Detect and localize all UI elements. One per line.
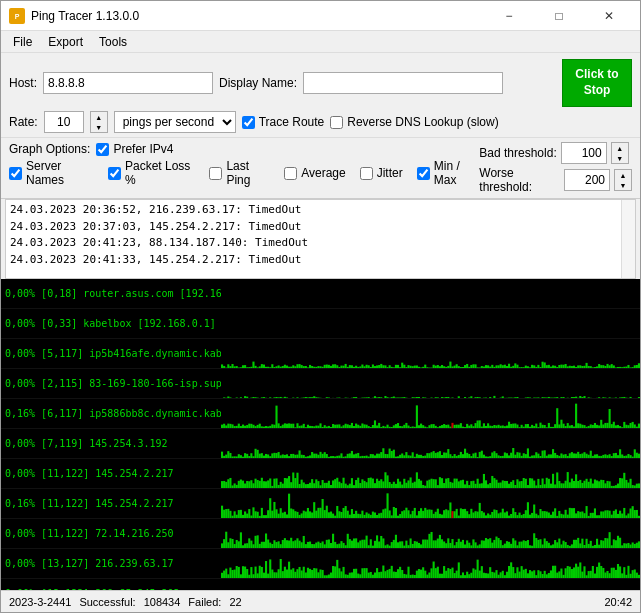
svg-rect-1203	[223, 481, 225, 488]
worse-threshold-down[interactable]: ▼	[615, 180, 631, 190]
svg-rect-500	[426, 367, 428, 368]
svg-rect-1023	[265, 454, 267, 458]
svg-rect-488	[401, 363, 403, 368]
jitter-checkbox[interactable]	[360, 167, 373, 180]
last-ping-checkbox[interactable]	[209, 167, 222, 180]
server-names-checkbox[interactable]	[9, 167, 22, 180]
worse-threshold-input[interactable]	[564, 169, 610, 191]
svg-rect-592	[619, 367, 621, 368]
display-name-input[interactable]	[303, 72, 503, 94]
svg-rect-1477	[378, 513, 380, 518]
svg-rect-1512	[451, 511, 453, 518]
bad-threshold-input[interactable]	[561, 142, 607, 164]
svg-rect-447	[315, 367, 317, 368]
svg-rect-525	[479, 367, 481, 368]
svg-rect-1331	[491, 476, 493, 488]
spinner-down[interactable]: ▼	[91, 122, 107, 132]
window-controls: − □ ✕	[486, 5, 632, 27]
svg-rect-1289	[403, 479, 405, 488]
trace-row: 0,00% [5,117] ip5b416afe.dynamic.kabel-d…	[1, 339, 640, 369]
spinner-up[interactable]: ▲	[91, 112, 107, 122]
svg-rect-1448	[317, 508, 319, 518]
svg-rect-1647	[315, 543, 317, 548]
svg-rect-910	[447, 425, 449, 428]
svg-rect-1389	[613, 486, 615, 488]
min-max-checkbox[interactable]	[417, 167, 430, 180]
bad-threshold-down[interactable]: ▼	[612, 153, 628, 163]
menu-export[interactable]: Export	[40, 33, 91, 51]
maximize-button[interactable]: □	[536, 5, 582, 27]
svg-rect-975	[583, 425, 585, 428]
svg-rect-1917	[462, 572, 464, 578]
svg-rect-1523	[474, 511, 476, 518]
trace-graph	[221, 579, 640, 590]
host-input[interactable]	[43, 72, 213, 94]
svg-rect-1313	[454, 479, 456, 488]
svg-rect-1786	[606, 538, 608, 548]
log-scrollbar[interactable]	[621, 200, 635, 278]
svg-rect-1159	[550, 454, 552, 458]
svg-rect-1076	[376, 454, 378, 458]
svg-rect-513	[454, 366, 456, 368]
svg-rect-1590	[615, 509, 617, 518]
svg-rect-1930	[489, 567, 491, 578]
svg-rect-1958	[548, 573, 550, 578]
svg-rect-468	[359, 366, 361, 368]
rate-input[interactable]	[44, 111, 84, 133]
packet-loss-checkbox[interactable]	[108, 167, 121, 180]
svg-rect-1096	[418, 455, 420, 458]
svg-rect-1539	[508, 516, 510, 518]
menu-file[interactable]: File	[5, 33, 40, 51]
svg-rect-977	[588, 426, 590, 428]
svg-rect-906	[439, 426, 441, 428]
worse-threshold-up[interactable]: ▲	[615, 170, 631, 180]
svg-rect-523	[474, 364, 476, 368]
svg-rect-1082	[389, 449, 391, 458]
svg-rect-1780	[594, 545, 596, 548]
svg-rect-1586	[606, 510, 608, 518]
svg-rect-1229	[278, 485, 280, 488]
svg-rect-1746	[523, 540, 525, 548]
svg-rect-1426	[271, 511, 273, 518]
svg-rect-1028	[275, 453, 277, 458]
svg-rect-1531	[491, 512, 493, 518]
svg-rect-1693	[412, 544, 414, 548]
svg-rect-1329	[487, 484, 489, 488]
svg-rect-1419	[257, 512, 259, 518]
svg-rect-1734	[498, 538, 500, 548]
svg-rect-960	[552, 427, 554, 428]
svg-rect-1056	[334, 456, 336, 458]
svg-rect-856	[334, 425, 336, 428]
svg-rect-1323	[474, 484, 476, 488]
trace-route-checkbox[interactable]	[242, 116, 255, 129]
svg-rect-925	[479, 420, 481, 428]
svg-rect-860	[343, 425, 345, 428]
svg-rect-1043	[307, 456, 309, 458]
svg-rect-1304	[435, 479, 437, 488]
svg-rect-881	[387, 425, 389, 428]
click-to-stop-button[interactable]: Click toStop	[562, 59, 632, 107]
svg-rect-1709	[445, 543, 447, 548]
svg-rect-990	[615, 425, 617, 428]
svg-rect-1034	[288, 456, 290, 458]
svg-rect-1725	[479, 544, 481, 548]
svg-rect-1282	[389, 482, 391, 488]
pings-per-second-dropdown[interactable]: pings per second	[114, 111, 236, 133]
svg-rect-1205	[227, 479, 229, 488]
time-display: 20:42	[604, 596, 632, 608]
svg-rect-1230	[280, 482, 282, 488]
svg-rect-418	[255, 366, 257, 368]
bad-threshold-up[interactable]: ▲	[612, 143, 628, 153]
svg-rect-1262	[347, 485, 349, 488]
average-checkbox[interactable]	[284, 167, 297, 180]
svg-rect-1499	[424, 508, 426, 518]
menu-tools[interactable]: Tools	[91, 33, 135, 51]
prefer-ipv4-checkbox[interactable]	[96, 143, 109, 156]
svg-rect-831	[282, 425, 284, 428]
svg-rect-1767	[567, 545, 569, 548]
svg-rect-467	[357, 367, 359, 368]
close-button[interactable]: ✕	[586, 5, 632, 27]
reverse-dns-checkbox[interactable]	[330, 116, 343, 129]
minimize-button[interactable]: −	[486, 5, 532, 27]
svg-rect-1435	[290, 508, 292, 518]
